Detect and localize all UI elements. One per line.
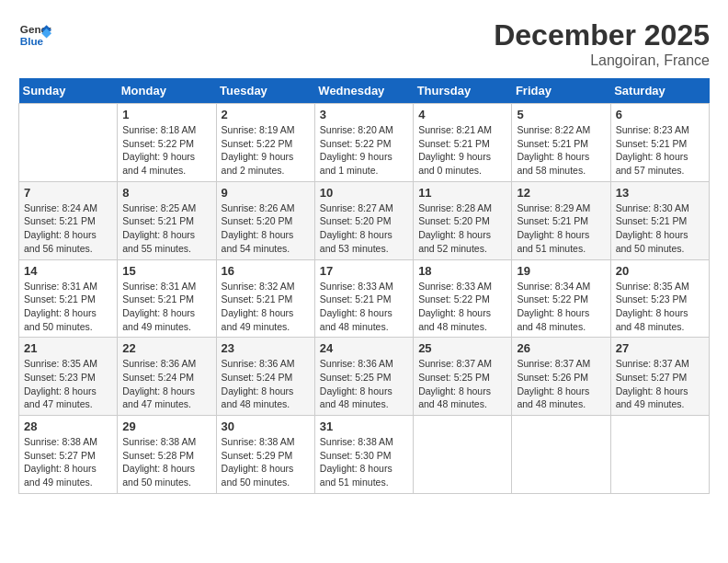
page-header: General Blue December 2025 Langoiran, Fr…: [18, 18, 710, 69]
calendar-cell: 12Sunrise: 8:29 AM Sunset: 5:21 PM Dayli…: [512, 181, 610, 259]
month-title: December 2025: [494, 18, 710, 52]
day-number: 18: [418, 264, 506, 278]
day-number: 11: [418, 186, 506, 200]
cell-info: Sunrise: 8:36 AM Sunset: 5:24 PM Dayligh…: [222, 357, 310, 411]
day-number: 27: [616, 341, 704, 355]
day-number: 6: [616, 108, 704, 121]
cell-info: Sunrise: 8:38 AM Sunset: 5:27 PM Dayligh…: [24, 435, 112, 489]
day-number: 26: [517, 341, 605, 355]
cell-info: Sunrise: 8:31 AM Sunset: 5:21 PM Dayligh…: [122, 280, 210, 334]
calendar-cell: 18Sunrise: 8:33 AM Sunset: 5:22 PM Dayli…: [414, 259, 512, 338]
cell-info: Sunrise: 8:33 AM Sunset: 5:21 PM Dayligh…: [320, 280, 408, 334]
col-header-sunday: Sunday: [19, 78, 118, 104]
day-number: 1: [122, 108, 210, 121]
day-number: 4: [418, 108, 506, 121]
cell-info: Sunrise: 8:27 AM Sunset: 5:20 PM Dayligh…: [320, 201, 408, 256]
cell-info: Sunrise: 8:19 AM Sunset: 5:22 PM Dayligh…: [222, 123, 310, 178]
day-number: 22: [122, 341, 210, 355]
day-number: 5: [517, 108, 605, 121]
week-row-3: 14Sunrise: 8:31 AM Sunset: 5:21 PM Dayli…: [19, 259, 710, 338]
calendar-cell: 24Sunrise: 8:36 AM Sunset: 5:25 PM Dayli…: [314, 338, 413, 416]
cell-info: Sunrise: 8:18 AM Sunset: 5:22 PM Dayligh…: [122, 123, 210, 178]
logo: General Blue: [18, 18, 51, 52]
week-row-2: 7Sunrise: 8:24 AM Sunset: 5:21 PM Daylig…: [19, 181, 710, 259]
calendar-cell: 8Sunrise: 8:25 AM Sunset: 5:21 PM Daylig…: [118, 181, 216, 259]
day-number: 21: [24, 341, 112, 355]
day-number: 19: [517, 264, 605, 278]
day-number: 7: [24, 186, 112, 200]
day-number: 12: [517, 186, 605, 200]
day-number: 31: [320, 419, 408, 433]
day-number: 15: [122, 264, 210, 278]
calendar-cell: 30Sunrise: 8:38 AM Sunset: 5:29 PM Dayli…: [216, 416, 314, 494]
calendar-cell: 29Sunrise: 8:38 AM Sunset: 5:28 PM Dayli…: [118, 416, 216, 494]
cell-info: Sunrise: 8:32 AM Sunset: 5:21 PM Dayligh…: [222, 280, 310, 334]
cell-info: Sunrise: 8:21 AM Sunset: 5:21 PM Dayligh…: [418, 123, 506, 178]
location-title: Langoiran, France: [494, 52, 710, 69]
day-number: 2: [222, 108, 310, 121]
cell-info: Sunrise: 8:24 AM Sunset: 5:21 PM Dayligh…: [24, 201, 112, 256]
cell-info: Sunrise: 8:34 AM Sunset: 5:22 PM Dayligh…: [517, 280, 605, 334]
week-row-1: 1Sunrise: 8:18 AM Sunset: 5:22 PM Daylig…: [19, 104, 710, 182]
cell-info: Sunrise: 8:20 AM Sunset: 5:22 PM Dayligh…: [320, 123, 408, 178]
day-number: 29: [122, 419, 210, 433]
day-number: 20: [616, 264, 704, 278]
day-number: 13: [616, 186, 704, 200]
calendar-cell: 25Sunrise: 8:37 AM Sunset: 5:25 PM Dayli…: [414, 338, 512, 416]
day-number: 25: [418, 341, 506, 355]
cell-info: Sunrise: 8:38 AM Sunset: 5:29 PM Dayligh…: [222, 435, 310, 489]
day-number: 23: [222, 341, 310, 355]
calendar-cell: 9Sunrise: 8:26 AM Sunset: 5:20 PM Daylig…: [216, 181, 314, 259]
calendar-cell: 13Sunrise: 8:30 AM Sunset: 5:21 PM Dayli…: [610, 181, 709, 259]
calendar-cell: [414, 416, 512, 494]
cell-info: Sunrise: 8:37 AM Sunset: 5:25 PM Dayligh…: [418, 357, 506, 411]
calendar-cell: 2Sunrise: 8:19 AM Sunset: 5:22 PM Daylig…: [216, 104, 314, 182]
calendar-cell: [512, 416, 610, 494]
day-number: 9: [222, 186, 310, 200]
col-header-wednesday: Wednesday: [314, 78, 413, 104]
title-area: December 2025 Langoiran, France: [494, 18, 710, 69]
cell-info: Sunrise: 8:33 AM Sunset: 5:22 PM Dayligh…: [418, 280, 506, 334]
calendar-cell: 26Sunrise: 8:37 AM Sunset: 5:26 PM Dayli…: [512, 338, 610, 416]
cell-info: Sunrise: 8:35 AM Sunset: 5:23 PM Dayligh…: [24, 357, 112, 411]
calendar-cell: 16Sunrise: 8:32 AM Sunset: 5:21 PM Dayli…: [216, 259, 314, 338]
calendar-cell: 19Sunrise: 8:34 AM Sunset: 5:22 PM Dayli…: [512, 259, 610, 338]
col-header-thursday: Thursday: [414, 78, 512, 104]
day-number: 14: [24, 264, 112, 278]
calendar-cell: 23Sunrise: 8:36 AM Sunset: 5:24 PM Dayli…: [216, 338, 314, 416]
cell-info: Sunrise: 8:28 AM Sunset: 5:20 PM Dayligh…: [418, 201, 506, 256]
week-row-4: 21Sunrise: 8:35 AM Sunset: 5:23 PM Dayli…: [19, 338, 710, 416]
calendar-cell: [19, 104, 118, 182]
cell-info: Sunrise: 8:36 AM Sunset: 5:24 PM Dayligh…: [122, 357, 210, 411]
calendar-cell: 10Sunrise: 8:27 AM Sunset: 5:20 PM Dayli…: [314, 181, 413, 259]
calendar-cell: 1Sunrise: 8:18 AM Sunset: 5:22 PM Daylig…: [118, 104, 216, 182]
calendar-cell: 3Sunrise: 8:20 AM Sunset: 5:22 PM Daylig…: [314, 104, 413, 182]
calendar-cell: 28Sunrise: 8:38 AM Sunset: 5:27 PM Dayli…: [19, 416, 118, 494]
cell-info: Sunrise: 8:35 AM Sunset: 5:23 PM Dayligh…: [616, 280, 704, 334]
calendar-cell: 4Sunrise: 8:21 AM Sunset: 5:21 PM Daylig…: [414, 104, 512, 182]
day-number: 10: [320, 186, 408, 200]
week-row-5: 28Sunrise: 8:38 AM Sunset: 5:27 PM Dayli…: [19, 416, 710, 494]
day-number: 17: [320, 264, 408, 278]
logo-icon: General Blue: [18, 18, 51, 52]
day-number: 16: [222, 264, 310, 278]
cell-info: Sunrise: 8:30 AM Sunset: 5:21 PM Dayligh…: [616, 201, 704, 256]
cell-info: Sunrise: 8:22 AM Sunset: 5:21 PM Dayligh…: [517, 123, 605, 178]
calendar-cell: 15Sunrise: 8:31 AM Sunset: 5:21 PM Dayli…: [118, 259, 216, 338]
cell-info: Sunrise: 8:36 AM Sunset: 5:25 PM Dayligh…: [320, 357, 408, 411]
svg-text:Blue: Blue: [20, 35, 44, 47]
cell-info: Sunrise: 8:23 AM Sunset: 5:21 PM Dayligh…: [616, 123, 704, 178]
calendar-cell: 6Sunrise: 8:23 AM Sunset: 5:21 PM Daylig…: [610, 104, 709, 182]
day-number: 28: [24, 419, 112, 433]
cell-info: Sunrise: 8:31 AM Sunset: 5:21 PM Dayligh…: [24, 280, 112, 334]
calendar-cell: 27Sunrise: 8:37 AM Sunset: 5:27 PM Dayli…: [610, 338, 709, 416]
cell-info: Sunrise: 8:37 AM Sunset: 5:27 PM Dayligh…: [616, 357, 704, 411]
calendar-cell: 22Sunrise: 8:36 AM Sunset: 5:24 PM Dayli…: [118, 338, 216, 416]
calendar-cell: 20Sunrise: 8:35 AM Sunset: 5:23 PM Dayli…: [610, 259, 709, 338]
calendar-cell: 11Sunrise: 8:28 AM Sunset: 5:20 PM Dayli…: [414, 181, 512, 259]
col-header-friday: Friday: [512, 78, 610, 104]
col-header-saturday: Saturday: [610, 78, 709, 104]
day-number: 8: [122, 186, 210, 200]
cell-info: Sunrise: 8:29 AM Sunset: 5:21 PM Dayligh…: [517, 201, 605, 256]
calendar-cell: 14Sunrise: 8:31 AM Sunset: 5:21 PM Dayli…: [19, 259, 118, 338]
